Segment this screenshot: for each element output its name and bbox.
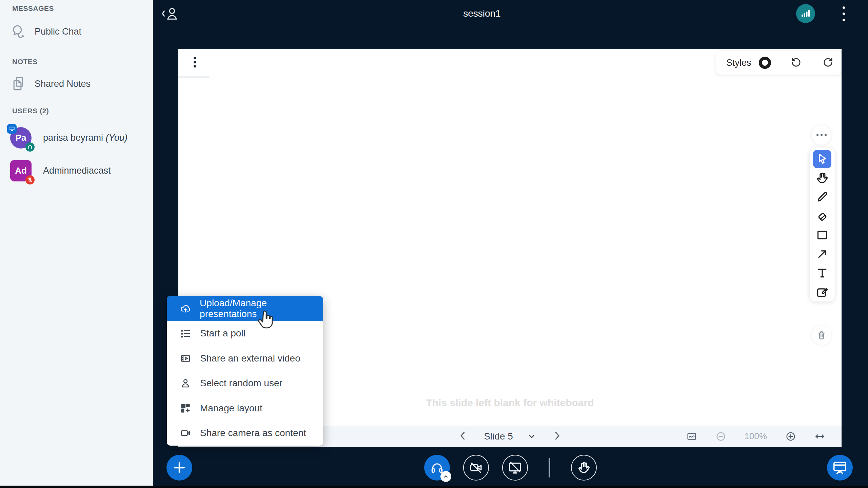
chat-icon — [11, 24, 26, 39]
toolbar-more-button[interactable] — [812, 125, 831, 145]
zoom-in-button[interactable] — [785, 431, 796, 442]
actions-menu: Upload/Manage presentations Start a poll… — [167, 296, 323, 446]
sidebar-item-public-chat[interactable]: Public Chat — [11, 24, 81, 39]
rectangle-icon — [815, 228, 829, 242]
presenter-badge-icon — [7, 124, 17, 134]
chevron-left-icon — [458, 431, 468, 441]
signal-bars-icon — [800, 8, 811, 19]
notes-icon — [11, 76, 26, 92]
eraser-icon — [815, 209, 829, 223]
raise-hand-button[interactable] — [571, 455, 597, 481]
listen-only-badge-icon — [25, 142, 35, 152]
avatar-initials: Ad — [15, 165, 27, 176]
minus-circle-icon — [715, 431, 726, 442]
tool-arrow[interactable] — [813, 245, 832, 263]
connection-status-button[interactable] — [796, 4, 815, 23]
tool-note[interactable] — [813, 282, 832, 301]
whiteboard-menu-button[interactable] — [189, 54, 201, 70]
arrow-icon — [815, 247, 829, 261]
delete-drawing-button[interactable] — [812, 325, 831, 345]
menu-item-label: Start a poll — [200, 328, 245, 339]
meeting-window: MESSAGES Public Chat NOTES Shared Notes … — [0, 0, 868, 488]
media-controls — [153, 455, 868, 481]
tool-select[interactable] — [813, 150, 831, 168]
avatar: Pa — [10, 127, 32, 149]
menu-item-manage-layout[interactable]: Manage layout — [167, 396, 323, 421]
menu-item-start-poll[interactable]: Start a poll — [167, 321, 323, 346]
controls-divider — [549, 458, 550, 477]
webcam-button[interactable] — [463, 455, 489, 481]
note-edit-icon — [815, 285, 829, 299]
options-menu-button[interactable] — [837, 5, 850, 22]
sidebar: MESSAGES Public Chat NOTES Shared Notes … — [0, 0, 153, 486]
menu-item-share-external-video[interactable]: Share an external video — [167, 346, 323, 371]
menu-item-upload-presentations[interactable]: Upload/Manage presentations — [167, 296, 323, 321]
zoom-out-button[interactable] — [715, 431, 726, 442]
tool-eraser[interactable] — [813, 207, 832, 226]
slide-label: Slide 5 — [484, 431, 513, 442]
camera-icon — [180, 427, 191, 439]
snapshot-tool-button[interactable] — [686, 431, 697, 442]
previous-slide-button[interactable] — [455, 429, 470, 444]
users-header: USERS (2) — [12, 107, 49, 115]
raise-hand-icon — [577, 461, 591, 475]
styles-label[interactable]: Styles — [726, 58, 751, 68]
fit-width-button[interactable] — [814, 431, 825, 442]
external-video-icon — [180, 353, 191, 364]
action-bar — [153, 447, 868, 486]
tool-rectangle[interactable] — [813, 226, 832, 245]
text-icon — [815, 266, 829, 280]
avatar-initials: Pa — [16, 133, 26, 143]
menu-item-share-camera-as-content[interactable]: Share camera as content — [167, 421, 323, 446]
poll-icon — [180, 328, 191, 339]
user-name: parisa beyrami (You) — [43, 133, 127, 143]
chevron-down-icon — [527, 432, 536, 441]
user-row-adminmediacast[interactable]: Ad Adminmediacast — [10, 160, 111, 181]
menu-item-label: Manage layout — [200, 403, 262, 414]
next-slide-button[interactable] — [550, 429, 565, 444]
menu-item-label: Share camera as content — [200, 428, 306, 438]
top-bar: session1 — [153, 0, 868, 27]
notes-header: NOTES — [12, 58, 38, 66]
drawing-toolbar — [810, 148, 835, 301]
user-you-suffix: (You) — [106, 133, 128, 143]
shared-notes-label: Shared Notes — [35, 79, 91, 89]
chevron-up-icon — [442, 473, 449, 480]
sidebar-item-shared-notes[interactable]: Shared Notes — [11, 76, 91, 92]
slide-select-dropdown[interactable]: Slide 5 — [484, 431, 536, 442]
screenshare-button[interactable] — [502, 455, 528, 481]
tool-hand[interactable] — [813, 169, 832, 188]
webcam-off-icon — [469, 461, 483, 475]
tool-text[interactable] — [813, 263, 832, 282]
layout-icon — [180, 403, 191, 414]
style-color-indicator[interactable] — [759, 57, 771, 69]
menu-item-select-random-user[interactable]: Select random user — [167, 371, 323, 396]
public-chat-label: Public Chat — [35, 26, 81, 37]
tool-draw[interactable] — [813, 188, 832, 207]
avatar: Ad — [10, 160, 32, 181]
menu-item-label: Select random user — [200, 378, 282, 389]
pencil-icon — [815, 190, 829, 204]
menu-item-label: Share an external video — [200, 353, 300, 364]
undo-icon — [791, 57, 802, 68]
user-row-parisa[interactable]: Pa parisa beyrami (You) — [10, 127, 127, 149]
redo-button[interactable] — [821, 55, 835, 70]
audio-options-badge[interactable] — [440, 471, 451, 482]
plus-circle-icon — [785, 431, 796, 442]
zoom-level: 100% — [745, 431, 767, 442]
toolbar-shadow-divider — [178, 76, 210, 78]
restore-presentation-button[interactable] — [827, 455, 853, 481]
screenshare-off-icon — [508, 461, 522, 475]
fit-width-icon — [814, 431, 825, 442]
chevron-right-icon — [552, 431, 562, 441]
styles-panel: Styles — [716, 51, 842, 75]
user-name: Adminmediacast — [43, 165, 111, 176]
person-icon — [180, 377, 191, 389]
cursor-icon — [815, 152, 829, 166]
audio-button[interactable] — [424, 455, 450, 481]
image-icon — [686, 431, 697, 442]
presentation-board-icon — [832, 460, 848, 475]
menu-item-label: Upload/Manage presentations — [200, 298, 323, 319]
hand-icon — [815, 171, 829, 185]
undo-button[interactable] — [789, 55, 804, 70]
